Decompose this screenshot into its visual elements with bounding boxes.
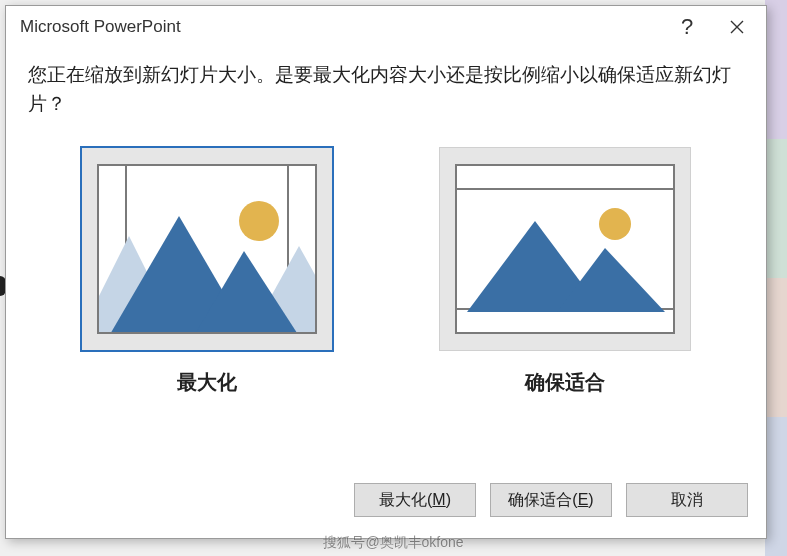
option-ensure-fit-label: 确保适合 [525, 369, 605, 396]
slide-preview-ensure-fit [455, 164, 675, 334]
option-ensure-fit[interactable]: 确保适合 [439, 147, 691, 396]
options-row: 最大化 确保适合 [28, 143, 744, 476]
maximize-button[interactable]: 最大化(M) [354, 483, 476, 517]
ensure-fit-button-text: 确保适合( [508, 490, 577, 511]
maximize-button-tail: ) [446, 491, 451, 509]
dialog-button-row: 最大化(M) 确保适合(E) 取消 [6, 476, 766, 538]
ensure-fit-button[interactable]: 确保适合(E) [490, 483, 612, 517]
ensure-fit-button-accel: E [578, 491, 589, 509]
dialog-message: 您正在缩放到新幻灯片大小。是要最大化内容大小还是按比例缩小以确保适应新幻灯片？ [28, 60, 744, 119]
option-maximize[interactable]: 最大化 [81, 147, 333, 396]
dialog-title: Microsoft PowerPoint [20, 17, 662, 37]
dialog-titlebar: Microsoft PowerPoint ? [6, 6, 766, 48]
resize-slides-dialog: Microsoft PowerPoint ? 您正在缩放到新幻灯片大小。是要最大… [5, 5, 767, 539]
option-maximize-thumb [81, 147, 333, 351]
svg-point-2 [239, 201, 279, 241]
maximize-button-accel: M [432, 491, 445, 509]
close-icon[interactable] [712, 6, 762, 48]
help-icon[interactable]: ? [662, 6, 712, 48]
cancel-button[interactable]: 取消 [626, 483, 748, 517]
dialog-content: 您正在缩放到新幻灯片大小。是要最大化内容大小还是按比例缩小以确保适应新幻灯片？ [6, 48, 766, 476]
ensure-fit-button-tail: ) [588, 491, 593, 509]
slide-preview-maximize [97, 164, 317, 334]
svg-point-5 [599, 208, 631, 240]
background-stripes [765, 0, 787, 556]
cancel-button-label: 取消 [671, 490, 703, 511]
option-maximize-label: 最大化 [177, 369, 237, 396]
option-ensure-fit-thumb [439, 147, 691, 351]
maximize-button-text: 最大化( [379, 490, 432, 511]
